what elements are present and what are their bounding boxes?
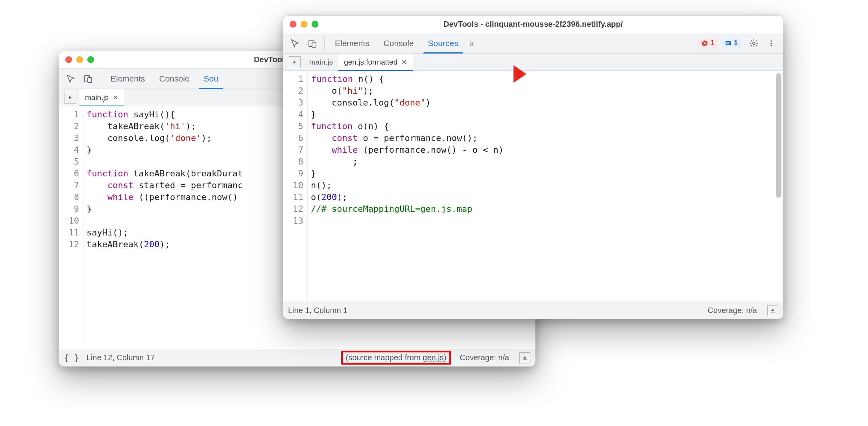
file-tabstrip: main.js gen.js:formatted ✕	[283, 54, 783, 71]
device-toolbar-icon[interactable]	[80, 71, 96, 87]
device-toolbar-icon[interactable]	[305, 35, 320, 51]
svg-rect-1	[88, 78, 92, 83]
traffic-lights	[290, 21, 318, 28]
coverage-status: Coverage: n/a	[707, 306, 757, 315]
source-mapped-annotation: (source mapped from gen.js)	[341, 351, 451, 365]
panel-tab-sources[interactable]: Sou	[197, 69, 225, 89]
cursor-position: Line 12, Column 17	[87, 353, 155, 362]
editor-statusbar: Line 1, Column 1 Coverage: n/a	[283, 302, 783, 319]
titlebar[interactable]: DevTools - clinquant-mousse-2f2396.netli…	[283, 16, 783, 33]
close-window-icon[interactable]	[290, 21, 296, 28]
code-editor[interactable]: 1 2 3 4 5 6 7 8 9 10 11 12 13 function n…	[283, 71, 783, 302]
kebab-menu-icon[interactable]	[763, 35, 779, 51]
more-panels-icon[interactable]: »	[465, 33, 478, 54]
pretty-print-icon[interactable]: { }	[64, 353, 79, 363]
file-tab-mainjs[interactable]: main.js ✕	[79, 89, 124, 106]
devtools-window-front: DevTools - clinquant-mousse-2f2396.netli…	[283, 16, 783, 319]
code-content[interactable]: function sayHi(){ takeABreak('hi'); cons…	[83, 106, 243, 349]
panel-tab-elements[interactable]: Elements	[328, 33, 377, 54]
close-window-icon[interactable]	[65, 56, 72, 63]
file-tab-mainjs[interactable]: main.js	[304, 54, 338, 71]
inspect-element-icon[interactable]	[63, 71, 79, 87]
panel-tab-sources[interactable]: Sources	[421, 33, 465, 54]
svg-rect-3	[312, 42, 316, 47]
issue-counter[interactable]: 1	[722, 38, 741, 48]
coverage-status: Coverage: n/a	[460, 353, 509, 362]
error-icon	[702, 40, 708, 46]
code-content[interactable]: function n() { o("hi"); console.log("don…	[308, 71, 504, 302]
minimize-window-icon[interactable]	[301, 21, 307, 28]
panel-tab-console[interactable]: Console	[377, 33, 421, 54]
issue-icon	[725, 40, 731, 46]
file-tab-label: main.js	[309, 58, 333, 67]
navigator-toggle-icon[interactable]	[289, 56, 301, 68]
cursor-position: Line 1, Column 1	[288, 306, 347, 315]
svg-rect-5	[726, 41, 731, 45]
line-gutter: 1 2 3 4 5 6 7 8 9 10 11 12 13	[283, 71, 308, 302]
svg-point-7	[770, 40, 772, 42]
inspect-element-icon[interactable]	[287, 35, 303, 51]
separator	[100, 72, 100, 85]
panel-tab-console[interactable]: Console	[152, 69, 197, 89]
close-tab-icon[interactable]: ✕	[113, 93, 118, 102]
close-tab-icon[interactable]: ✕	[401, 58, 407, 67]
zoom-window-icon[interactable]	[87, 56, 94, 63]
zoom-window-icon[interactable]	[312, 21, 318, 28]
vertical-scrollbar[interactable]	[776, 73, 781, 299]
file-tab-label: main.js	[85, 93, 109, 102]
minimize-window-icon[interactable]	[76, 56, 83, 63]
source-map-link[interactable]: gen.js	[423, 353, 443, 362]
collapse-debugger-icon[interactable]	[519, 352, 530, 363]
line-gutter: 1 2 3 4 5 6 7 8 9 10 11 12	[59, 106, 83, 349]
navigator-toggle-icon[interactable]	[65, 92, 76, 104]
svg-point-8	[770, 43, 772, 44]
traffic-lights	[65, 56, 94, 63]
svg-point-9	[770, 45, 772, 46]
separator	[324, 37, 325, 50]
panel-tab-elements[interactable]: Elements	[103, 69, 152, 89]
error-counter[interactable]: 1	[698, 38, 718, 48]
settings-icon[interactable]	[746, 35, 762, 51]
file-tab-genjs-formatted[interactable]: gen.js:formatted ✕	[338, 54, 413, 71]
collapse-debugger-icon[interactable]	[767, 305, 778, 316]
devtools-toolbar: Elements Console Sources » 1 1	[283, 33, 783, 54]
svg-point-6	[753, 42, 755, 44]
window-title: DevTools - clinquant-mousse-2f2396.netli…	[283, 20, 783, 29]
file-tab-label: gen.js:formatted	[344, 58, 397, 67]
editor-statusbar: { } Line 12, Column 17 (source mapped fr…	[59, 349, 535, 366]
